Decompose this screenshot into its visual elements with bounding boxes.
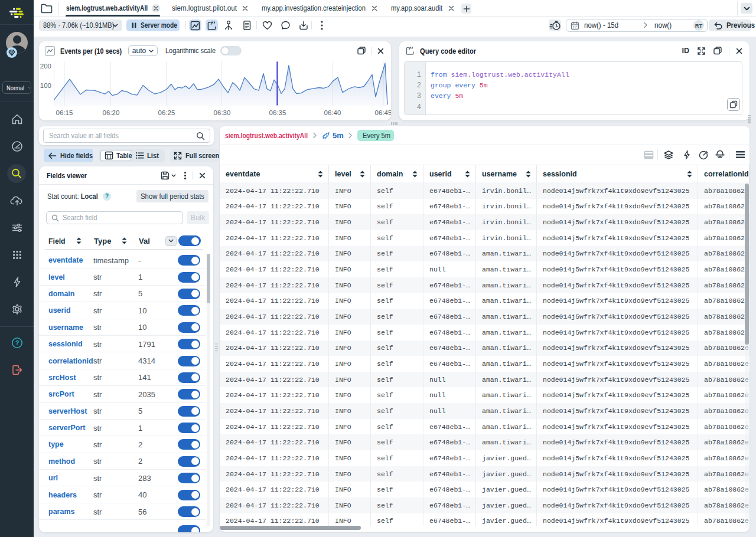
- svg-text:?: ?: [15, 339, 19, 346]
